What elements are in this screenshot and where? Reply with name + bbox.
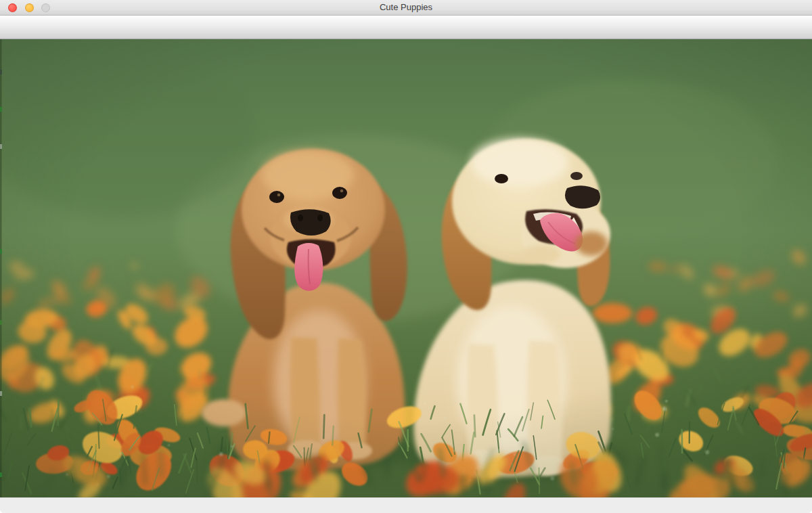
traffic-lights xyxy=(8,3,50,12)
photo-view xyxy=(0,39,812,497)
minimize-button[interactable] xyxy=(25,3,34,12)
app-window: Cute Puppies xyxy=(0,0,812,513)
window-title: Cute Puppies xyxy=(0,0,812,15)
close-button[interactable] xyxy=(8,3,17,12)
zoom-button-disabled xyxy=(41,3,50,12)
title-bar: Cute Puppies xyxy=(0,0,812,16)
vignette-overlay xyxy=(0,39,812,497)
status-bar xyxy=(0,497,812,513)
toolbar xyxy=(0,16,812,39)
puppies-photo xyxy=(0,39,812,497)
